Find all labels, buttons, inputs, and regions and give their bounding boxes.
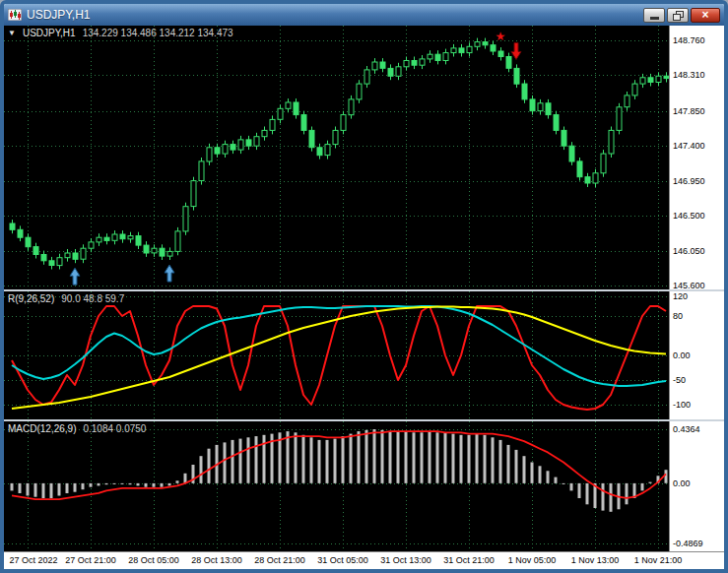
time-label: 27 Oct 2022 <box>9 555 57 565</box>
macd-name: MACD(12,26,9) <box>8 423 76 434</box>
application-window: USDJPY,H1 × ▼ USDJPY,H1 134.229 134.486 … <box>0 0 728 573</box>
chart-window: ▼ USDJPY,H1 134.229 134.486 134.212 134.… <box>4 26 724 569</box>
axis-tick-label: 0.4364 <box>673 424 700 434</box>
time-label: 28 Oct 21:00 <box>254 555 305 565</box>
sell-arrow-icon <box>511 42 521 59</box>
macd-pane[interactable]: MACD(12,26,9) 0.1084 0.0750 <box>4 421 669 551</box>
axis-tick-label: 145.600 <box>673 281 705 290</box>
axis-tick-label: 0.00 <box>673 478 691 488</box>
oscillator-axis[interactable]: 120800.00-50-100 <box>669 291 724 419</box>
minimize-icon <box>650 17 659 20</box>
star-icon: ★ <box>496 30 506 43</box>
collapse-panel-icon[interactable]: ▼ <box>8 29 16 37</box>
axis-tick-label: -100 <box>673 400 691 410</box>
chart-icon <box>8 9 22 21</box>
macd-chart[interactable] <box>4 421 669 551</box>
title-bar[interactable]: USDJPY,H1 × <box>4 4 724 26</box>
time-label: 31 Oct 13:00 <box>380 555 431 565</box>
close-button[interactable]: × <box>691 8 720 23</box>
price-chart-pane[interactable]: ▼ USDJPY,H1 134.229 134.486 134.212 134.… <box>4 26 669 289</box>
restore-icon <box>673 11 683 20</box>
time-label: 1 Nov 21:00 <box>634 555 683 565</box>
time-label: 28 Oct 05:00 <box>128 555 179 565</box>
minimize-button[interactable] <box>643 8 665 23</box>
restore-button[interactable] <box>667 8 689 23</box>
axis-tick-label: 146.500 <box>673 211 705 221</box>
ohlc-values: 134.229 134.486 134.212 134.473 <box>83 28 233 38</box>
oscillator-name: R(9,26,52) <box>8 293 54 304</box>
time-axis[interactable]: 27 Oct 202227 Oct 21:0028 Oct 05:0028 Oc… <box>4 551 724 569</box>
axis-tick-label: 147.850 <box>673 106 705 116</box>
buy-arrow-icon <box>70 268 80 285</box>
axis-tick-label: -0.4869 <box>673 539 703 548</box>
macd-axis[interactable]: 0.43640.00-0.4869 <box>669 421 724 551</box>
buy-arrow-icon <box>165 265 174 282</box>
oscillator-pane[interactable]: R(9,26,52) 90.0 48.8 59.7 <box>4 291 669 419</box>
macd-values: 0.1084 0.0750 <box>83 423 146 434</box>
time-label: 1 Nov 13:00 <box>571 555 620 565</box>
price-axis[interactable]: 148.760148.310147.850147.400146.950146.5… <box>669 26 724 289</box>
axis-tick-label: 148.760 <box>673 35 705 45</box>
time-label: 28 Oct 13:00 <box>191 555 242 565</box>
time-label: 1 Nov 05:00 <box>508 555 557 565</box>
window-title: USDJPY,H1 <box>27 8 90 22</box>
time-label: 31 Oct 05:00 <box>317 555 368 565</box>
axis-tick-label: 146.950 <box>673 176 705 186</box>
chart-info-line: ▼ USDJPY,H1 134.229 134.486 134.212 134.… <box>8 28 233 38</box>
axis-tick-label: 80 <box>673 311 683 321</box>
axis-tick-label: 120 <box>673 291 688 301</box>
candlestick-chart[interactable]: ★ <box>4 26 669 289</box>
macd-info-line: MACD(12,26,9) 0.1084 0.0750 <box>8 423 146 434</box>
time-label: 31 Oct 21:00 <box>443 555 495 565</box>
oscillator-values: 90.0 48.8 59.7 <box>61 293 124 304</box>
axis-tick-label: -50 <box>673 375 686 385</box>
axis-tick-label: 0.00 <box>673 350 691 360</box>
axis-tick-label: 146.050 <box>673 246 705 256</box>
axis-tick-label: 147.400 <box>673 141 705 151</box>
axis-tick-label: 148.310 <box>673 70 705 80</box>
oscillator-chart[interactable] <box>4 291 669 419</box>
oscillator-info-line: R(9,26,52) 90.0 48.8 59.7 <box>8 293 124 304</box>
symbol-label: USDJPY,H1 <box>23 28 76 38</box>
time-label: 27 Oct 21:00 <box>65 555 116 565</box>
